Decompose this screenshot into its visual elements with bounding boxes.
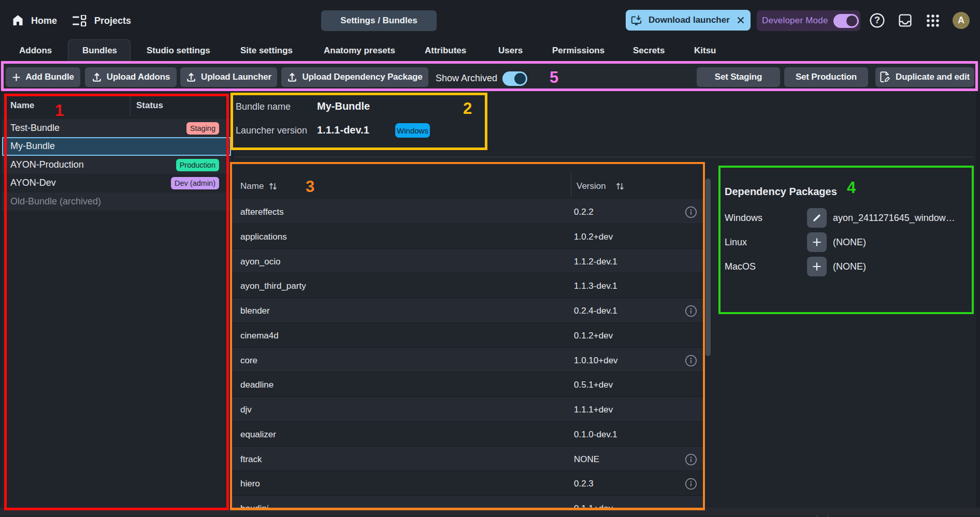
svg-text:?: ? — [874, 15, 880, 25]
